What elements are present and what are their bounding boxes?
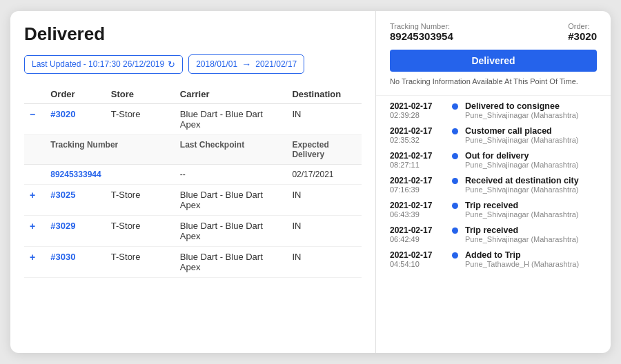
tracking-number-value: 89245303954 xyxy=(390,30,453,42)
sub-header-row: Tracking Number Last Checkpoint Expected… xyxy=(24,135,362,165)
timeline-location: Pune_Shivajinagar (Maharashtra) xyxy=(465,111,597,119)
timeline-item: 2021-02-17 06:43:39 Trip received Pune_S… xyxy=(390,201,597,219)
timeline-dot xyxy=(452,128,458,134)
timeline-event: Out for delivery xyxy=(465,151,597,161)
timeline-time: 02:35:32 xyxy=(390,136,448,144)
store-cell: T-Store xyxy=(106,185,175,216)
timeline-date-col: 2021-02-17 02:35:32 xyxy=(390,126,448,144)
timeline-date: 2021-02-17 xyxy=(390,101,448,111)
timeline-time: 08:27:11 xyxy=(390,161,448,169)
expand-button[interactable]: + xyxy=(30,252,35,263)
carrier-cell: Blue Dart - Blue Dart Apex xyxy=(175,104,287,135)
expand-button[interactable]: + xyxy=(30,221,35,232)
table-row: − #3020 T-Store Blue Dart - Blue Dart Ap… xyxy=(24,104,362,135)
order-link[interactable]: #3025 xyxy=(50,190,75,200)
timeline-dot-col xyxy=(448,225,461,234)
timeline-content-col: Customer call placed Pune_Shivajinagar (… xyxy=(461,126,597,144)
timeline-dot-col xyxy=(448,101,461,110)
expand-button[interactable]: − xyxy=(30,109,35,120)
order-label: Order: xyxy=(568,22,597,30)
timeline-event: Trip received xyxy=(465,225,597,235)
timeline-event: Trip received xyxy=(465,201,597,210)
destination-cell: IN xyxy=(286,185,362,216)
order-link[interactable]: #3030 xyxy=(50,252,75,262)
timeline-dot xyxy=(452,178,458,184)
tracking-info-row: Tracking Number: 89245303954 Order: #302… xyxy=(390,22,597,43)
tracking-number-label: Tracking Number: xyxy=(390,22,453,30)
status-badge: Delivered xyxy=(390,50,597,72)
timeline-dot xyxy=(452,203,458,209)
timeline-location: Pune_Shivajinagar (Maharashtra) xyxy=(465,136,597,144)
timeline-dot-col xyxy=(448,126,461,134)
tracking-number-col-header: Tracking Number xyxy=(45,135,175,165)
left-panel: Delivered Last Updated - 10:17:30 26/12/… xyxy=(10,11,376,353)
timeline-time: 06:42:49 xyxy=(390,235,448,243)
timeline-date: 2021-02-17 xyxy=(390,176,448,185)
no-tracking-message: No Tracking Information Available At Thi… xyxy=(390,77,597,85)
right-header: Tracking Number: 89245303954 Order: #302… xyxy=(376,11,611,96)
table-header-row: Order Store Carrier Destination xyxy=(24,85,362,104)
timeline-date-col: 2021-02-17 06:43:39 xyxy=(390,201,448,219)
timeline-date: 2021-02-17 xyxy=(390,126,448,136)
orders-table: Order Store Carrier Destination − #3020 … xyxy=(24,85,362,278)
timeline-content-col: Trip received Pune_Shivajinagar (Maharas… xyxy=(461,225,597,243)
timeline-content-col: Received at destination city Pune_Shivaj… xyxy=(461,176,597,194)
refresh-icon: ↻ xyxy=(168,59,175,70)
tracking-number-link[interactable]: 89245333944 xyxy=(50,170,101,179)
timeline-location: Pune_Shivajinagar (Maharashtra) xyxy=(465,210,597,219)
timeline-date: 2021-02-17 xyxy=(390,151,448,161)
timeline-date-col: 2021-02-17 04:54:10 xyxy=(390,250,448,268)
store-cell: T-Store xyxy=(106,247,175,278)
order-link[interactable]: #3020 xyxy=(50,109,75,119)
last-updated-button[interactable]: Last Updated - 10:17:30 26/12/2019 ↻ xyxy=(24,55,183,74)
timeline-dot-col xyxy=(448,201,461,209)
timeline-dot-col xyxy=(448,176,461,184)
timeline-location: Pune_Shivajinagar (Maharashtra) xyxy=(465,185,597,194)
timeline-item: 2021-02-17 08:27:11 Out for delivery Pun… xyxy=(390,151,597,169)
timeline-date: 2021-02-17 xyxy=(390,201,448,210)
order-number-block: Order: #3020 xyxy=(568,22,597,43)
table-row: + #3030 T-Store Blue Dart - Blue Dart Ap… xyxy=(24,247,362,278)
expand-button[interactable]: + xyxy=(30,190,35,201)
timeline-date: 2021-02-17 xyxy=(390,225,448,235)
store-cell: T-Store xyxy=(106,104,175,135)
timeline-dot xyxy=(452,228,458,234)
main-card: Delivered Last Updated - 10:17:30 26/12/… xyxy=(10,11,611,353)
carrier-cell: Blue Dart - Blue Dart Apex xyxy=(175,216,287,247)
timeline-item: 2021-02-17 07:16:39 Received at destinat… xyxy=(390,176,597,194)
timeline-date-col: 2021-02-17 06:42:49 xyxy=(390,225,448,243)
timeline-location: Pune_Tathawde_H (Maharashtra) xyxy=(465,260,597,268)
col-destination-header: Destination xyxy=(286,85,362,104)
date-range-button[interactable]: 2018/01/01 → 2021/02/17 xyxy=(188,54,304,74)
timeline-time: 06:43:39 xyxy=(390,210,448,219)
timeline-event: Added to Trip xyxy=(465,250,597,260)
col-toggle-header xyxy=(24,85,45,104)
timeline-dot xyxy=(452,153,458,159)
timeline-item: 2021-02-17 04:54:10 Added to Trip Pune_T… xyxy=(390,250,597,268)
destination-cell: IN xyxy=(286,247,362,278)
date-end: 2021/02/17 xyxy=(255,59,297,69)
timeline-time: 02:39:28 xyxy=(390,111,448,119)
timeline-content-col: Out for delivery Pune_Shivajinagar (Maha… xyxy=(461,151,597,169)
timeline-dot xyxy=(452,252,458,259)
timeline-item: 2021-02-17 02:35:32 Customer call placed… xyxy=(390,126,597,144)
timeline-dot-col xyxy=(448,151,461,159)
table-row: + #3029 T-Store Blue Dart - Blue Dart Ap… xyxy=(24,216,362,247)
table-row: + #3025 T-Store Blue Dart - Blue Dart Ap… xyxy=(24,185,362,216)
timeline-date-col: 2021-02-17 07:16:39 xyxy=(390,176,448,194)
order-link[interactable]: #3029 xyxy=(50,221,75,231)
timeline-item: 2021-02-17 02:39:28 Delivered to consign… xyxy=(390,101,597,119)
timeline-content-col: Added to Trip Pune_Tathawde_H (Maharasht… xyxy=(461,250,597,268)
right-panel: Tracking Number: 89245303954 Order: #302… xyxy=(376,11,611,353)
timeline-date-col: 2021-02-17 02:39:28 xyxy=(390,101,448,119)
expected-delivery-col-header: Expected Delivery xyxy=(286,135,362,165)
arrow-right-icon: → xyxy=(241,59,251,70)
col-order-header: Order xyxy=(45,85,106,104)
col-store-header: Store xyxy=(106,85,175,104)
carrier-cell: Blue Dart - Blue Dart Apex xyxy=(175,247,287,278)
timeline-item: 2021-02-17 06:42:49 Trip received Pune_S… xyxy=(390,225,597,243)
page-title: Delivered xyxy=(24,23,362,45)
timeline-time: 07:16:39 xyxy=(390,185,448,194)
timeline-content-col: Trip received Pune_Shivajinagar (Maharas… xyxy=(461,201,597,219)
destination-cell: IN xyxy=(286,104,362,135)
